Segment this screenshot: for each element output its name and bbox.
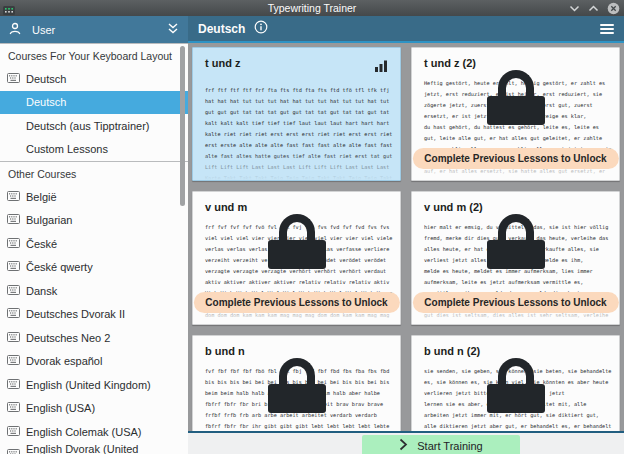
course-item-label: English (USA) bbox=[26, 402, 95, 414]
course-title: Deutsch bbox=[198, 22, 245, 36]
lesson-title: b und n bbox=[205, 345, 245, 357]
main-area: Deutsch t und z frf ftf ftf ftf frf fta … bbox=[188, 16, 624, 454]
sidebar-section-header: Courses For Your Keyboard Layout bbox=[0, 43, 188, 67]
lesson-grid: t und z frf ftf ftf ftf frf fta fts ftd … bbox=[188, 43, 624, 431]
lesson-card[interactable]: v und m (2) hier malt er emsig, du vermi… bbox=[411, 191, 620, 325]
sidebar-course-item[interactable]: Dvorak español bbox=[0, 350, 188, 374]
titlebar: Typewriting Trainer bbox=[0, 0, 624, 16]
course-item-label: Deutsches Dvorak II bbox=[26, 308, 125, 320]
keyboard-icon bbox=[7, 191, 20, 203]
course-list: Courses For Your Keyboard Layout Deutsch… bbox=[0, 43, 188, 454]
keyboard-icon bbox=[7, 261, 20, 273]
lesson-title: b und n (2) bbox=[424, 345, 480, 357]
course-item-label: Bulgarian bbox=[26, 214, 72, 226]
course-item-label: Deutsches Neo 2 bbox=[26, 332, 110, 344]
sidebar-course-item[interactable]: České qwerty bbox=[0, 256, 188, 280]
course-item-label: Deutsch bbox=[26, 73, 66, 85]
bar-chart-icon bbox=[375, 58, 388, 76]
keyboard-icon bbox=[7, 355, 20, 367]
lock-icon bbox=[268, 358, 326, 413]
unlock-badge: Complete Previous Lessons to Unlock bbox=[193, 292, 399, 313]
sidebar-scrollbar[interactable] bbox=[180, 46, 185, 206]
course-item-label: Dvorak español bbox=[26, 355, 102, 367]
maximize-button[interactable] bbox=[588, 3, 599, 14]
sidebar-course-item[interactable]: Deutsches Dvorak II bbox=[0, 303, 188, 327]
course-header: Deutsch bbox=[188, 16, 624, 43]
keyboard-icon bbox=[7, 214, 20, 226]
lesson-card[interactable]: v und m frf fvf fvf fvf fvö fvl fvk fvj … bbox=[192, 191, 401, 325]
course-item-label: Dansk bbox=[26, 285, 57, 297]
close-button[interactable] bbox=[607, 2, 620, 15]
course-item-label: English Colemak (USA) bbox=[26, 426, 142, 438]
lesson-card[interactable]: t und z frf ftf ftf ftf frf fta fts ftd … bbox=[192, 47, 401, 181]
keyboard-icon bbox=[7, 73, 20, 85]
sidebar-course-item[interactable]: English (United Kingdom) bbox=[0, 373, 188, 397]
unlock-badge: Complete Previous Lessons to Unlock bbox=[412, 292, 618, 313]
course-item-label: České qwerty bbox=[26, 261, 93, 273]
sidebar-course-item[interactable]: English Dvorak (United Kingdom) bbox=[0, 444, 188, 454]
keyboard-icon bbox=[7, 402, 20, 414]
sidebar-course-item[interactable]: Deutsch bbox=[0, 91, 188, 115]
sidebar: User Courses For Your Keyboard Layout De… bbox=[0, 16, 188, 454]
keyboard-icon bbox=[7, 379, 20, 391]
course-item-label: English (United Kingdom) bbox=[26, 379, 151, 391]
keyboard-icon bbox=[7, 332, 20, 344]
course-item-label: Deutsch bbox=[26, 96, 66, 108]
minimize-button[interactable] bbox=[569, 3, 580, 14]
window-title: Typewriting Trainer bbox=[0, 0, 624, 16]
hamburger-menu-icon[interactable] bbox=[600, 24, 614, 34]
keyboard-icon bbox=[7, 308, 20, 320]
course-item-label: Custom Lessons bbox=[26, 143, 108, 155]
sidebar-course-item[interactable]: English (USA) bbox=[0, 397, 188, 421]
start-training-label: Start Training bbox=[417, 440, 482, 452]
sidebar-course-item[interactable]: Deutsch bbox=[0, 67, 188, 91]
user-selector[interactable]: User bbox=[0, 16, 188, 43]
lesson-card[interactable]: b und n (2) sie senden, sie geben, sie k… bbox=[411, 335, 620, 431]
keyboard-icon bbox=[7, 285, 20, 297]
sidebar-course-item[interactable]: Deutsches Neo 2 bbox=[0, 326, 188, 350]
info-icon[interactable] bbox=[254, 20, 268, 38]
unlock-badge: Complete Previous Lessons to Unlock bbox=[412, 148, 618, 169]
lesson-preview-text: frf ftf ftf ftf frf fta fts ftd fta fts … bbox=[193, 80, 400, 181]
sidebar-course-item[interactable]: English Colemak (USA) bbox=[0, 420, 188, 444]
user-label: User bbox=[32, 24, 156, 36]
start-training-button[interactable]: Start Training bbox=[362, 435, 520, 454]
lesson-title: t und z bbox=[205, 57, 240, 69]
keyboard-icon bbox=[7, 449, 20, 454]
lock-icon bbox=[268, 214, 326, 269]
course-item-label: Deutsch (aus Tipptrainer) bbox=[26, 120, 150, 132]
sidebar-course-item[interactable]: Dansk bbox=[0, 279, 188, 303]
lesson-card[interactable]: b und n fvf fbf fbf fbf fbö fbl fbk fbj … bbox=[192, 335, 401, 431]
sidebar-section-header: Other Courses bbox=[0, 161, 188, 185]
lock-icon bbox=[487, 70, 545, 125]
user-icon bbox=[8, 21, 22, 39]
lesson-card[interactable]: t und z (2) Heftig gestört, heute erzähl… bbox=[411, 47, 620, 181]
footer-bar: Start Training bbox=[188, 431, 624, 454]
sidebar-course-item[interactable]: Custom Lessons bbox=[0, 138, 188, 162]
keyboard-icon bbox=[7, 426, 20, 438]
lesson-title: t und z (2) bbox=[424, 57, 476, 69]
lock-icon bbox=[487, 358, 545, 413]
chevron-right-icon bbox=[399, 438, 408, 453]
course-item-label: België bbox=[26, 191, 57, 203]
double-chevron-down-icon[interactable] bbox=[166, 21, 180, 39]
sidebar-course-item[interactable]: Deutsch (aus Tipptrainer) bbox=[0, 114, 188, 138]
app-window: Typewriting Trainer User Courses For You… bbox=[0, 0, 624, 454]
sidebar-course-item[interactable]: Bulgarian bbox=[0, 209, 188, 233]
lesson-title: v und m (2) bbox=[424, 201, 483, 213]
course-item-label: English Dvorak (United Kingdom) bbox=[26, 443, 188, 454]
sidebar-course-item[interactable]: België bbox=[0, 185, 188, 209]
lock-icon bbox=[487, 214, 545, 269]
sidebar-course-item[interactable]: České bbox=[0, 232, 188, 256]
lesson-title: v und m bbox=[205, 201, 247, 213]
course-item-label: České bbox=[26, 238, 57, 250]
keyboard-icon bbox=[7, 238, 20, 250]
